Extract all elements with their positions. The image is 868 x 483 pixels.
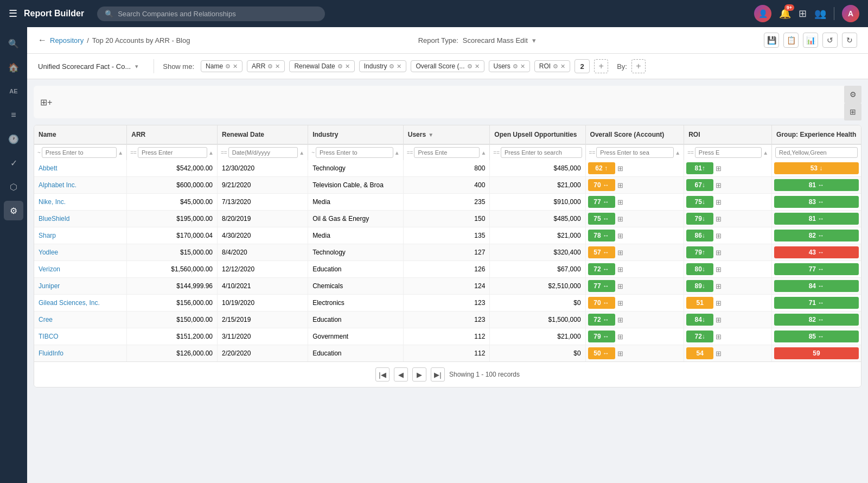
datasource-selector[interactable]: Unified Scorecard Fact - Co... ▾	[38, 62, 138, 71]
sidebar-item-hex[interactable]: ⬡	[4, 177, 23, 196]
overall-icon[interactable]: ⊞	[617, 333, 623, 341]
col-header-overall-score[interactable]: Overall Score (Account)	[585, 125, 684, 144]
roi-icon[interactable]: ⊞	[716, 198, 722, 206]
name-link[interactable]: Yodlee	[39, 249, 58, 256]
save-button[interactable]: 💾	[764, 33, 779, 48]
roi-icon[interactable]: ⊞	[716, 249, 722, 257]
col-header-name[interactable]: Name	[34, 125, 127, 144]
notification-bell[interactable]: 🔔 9+	[779, 8, 791, 20]
col-header-roi[interactable]: ROI	[684, 125, 772, 144]
field-name-close[interactable]: ✕	[233, 63, 238, 70]
overall-icon[interactable]: ⊞	[617, 232, 623, 240]
breadcrumb-repository[interactable]: Repository	[50, 36, 84, 45]
field-overall-close[interactable]: ✕	[475, 63, 480, 70]
filter-input-industry[interactable]	[316, 147, 393, 158]
sidebar-item-ae[interactable]: AE	[4, 81, 23, 101]
field-roi-gear[interactable]: ⚙	[553, 63, 558, 70]
overall-icon[interactable]: ⊞	[617, 215, 623, 223]
filter-icon[interactable]: ⊞+	[40, 97, 52, 107]
filter-input-exp[interactable]	[775, 147, 858, 158]
sidebar-item-search[interactable]: 🔍	[4, 34, 23, 53]
filter-input-arr[interactable]	[138, 147, 207, 158]
field-renewal-close[interactable]: ✕	[345, 63, 350, 70]
name-link[interactable]: TIBCO	[39, 333, 59, 340]
col-header-industry[interactable]: Industry	[308, 125, 404, 144]
name-link[interactable]: Cree	[39, 316, 53, 323]
roi-icon[interactable]: ⊞	[716, 282, 722, 290]
filter-input-renewal[interactable]	[228, 147, 298, 158]
name-link[interactable]: Alphabet Inc.	[39, 181, 76, 189]
filter-input-roi[interactable]	[695, 147, 762, 158]
undo-button[interactable]: ↺	[822, 33, 838, 48]
roi-icon[interactable]: ⊞	[716, 333, 722, 341]
col-header-renewal[interactable]: Renewal Date	[218, 125, 308, 144]
filter-input-upsell[interactable]	[501, 147, 582, 158]
filter-input-overall[interactable]	[596, 147, 674, 158]
sidebar-item-clock[interactable]: 🕐	[4, 129, 23, 149]
roi-icon[interactable]: ⊞	[716, 299, 722, 307]
name-link[interactable]: Juniper	[39, 282, 60, 290]
name-link[interactable]: FluidInfo	[39, 349, 63, 357]
next-page-button[interactable]: ▶	[412, 367, 426, 382]
roi-icon[interactable]: ⊞	[716, 181, 722, 189]
table-view-button[interactable]: ⊞	[844, 103, 861, 120]
filter-input-name[interactable]	[42, 147, 117, 158]
overall-icon[interactable]: ⊞	[617, 282, 623, 290]
sidebar-item-home[interactable]: 🏠	[4, 58, 23, 77]
roi-icon[interactable]: ⊞	[716, 232, 722, 240]
datasource-chevron[interactable]: ▾	[135, 63, 138, 70]
filter-input-users[interactable]	[414, 147, 480, 158]
col-header-users[interactable]: Users ▼	[403, 125, 490, 144]
field-arr-close[interactable]: ✕	[275, 63, 280, 70]
user-avatar-small[interactable]: 👤	[754, 5, 771, 22]
field-industry-gear[interactable]: ⚙	[389, 63, 394, 70]
field-industry-close[interactable]: ✕	[397, 63, 401, 70]
field-users-gear[interactable]: ⚙	[513, 63, 518, 70]
field-users-close[interactable]: ✕	[520, 63, 525, 70]
redo-button[interactable]: ↻	[842, 33, 857, 48]
overall-icon[interactable]: ⊞	[617, 164, 623, 173]
back-arrow[interactable]: ←	[38, 35, 47, 45]
overall-icon[interactable]: ⊞	[617, 316, 623, 324]
overall-icon[interactable]: ⊞	[617, 299, 623, 307]
sidebar-item-list[interactable]: ≡	[4, 105, 23, 125]
datasource-name[interactable]: Unified Scorecard Fact - Co...	[38, 62, 131, 71]
overall-icon[interactable]: ⊞	[617, 349, 623, 358]
hamburger-icon[interactable]: ☰	[9, 8, 17, 20]
people-icon[interactable]: 👥	[814, 8, 826, 20]
field-renewal-gear[interactable]: ⚙	[337, 63, 343, 70]
field-roi-close[interactable]: ✕	[560, 63, 565, 70]
name-link[interactable]: Abbett	[39, 164, 58, 172]
name-link[interactable]: Sharp	[39, 232, 56, 239]
global-search[interactable]: 🔍 Search Companies and Relationships	[97, 7, 325, 21]
roi-icon[interactable]: ⊞	[716, 349, 722, 358]
roi-icon[interactable]: ⊞	[716, 265, 722, 274]
reports-icon[interactable]: ⊞	[799, 8, 807, 20]
save-as-button[interactable]: 📋	[783, 33, 799, 48]
overall-icon[interactable]: ⊞	[617, 249, 623, 257]
add-by-button[interactable]: +	[631, 59, 646, 73]
sidebar-item-settings[interactable]: ⚙	[4, 201, 23, 220]
name-link[interactable]: Gilead Sciences, Inc.	[39, 299, 100, 307]
field-name-gear[interactable]: ⚙	[225, 63, 231, 70]
roi-icon[interactable]: ⊞	[716, 164, 722, 173]
chart-button[interactable]: 📊	[803, 33, 818, 48]
name-link[interactable]: BlueShield	[39, 215, 69, 223]
roi-icon[interactable]: ⊞	[716, 215, 722, 223]
col-header-exp-health[interactable]: Group: Experience Health	[772, 125, 861, 144]
user-avatar-main[interactable]: A	[842, 5, 859, 22]
col-header-arr[interactable]: ARR	[127, 125, 218, 144]
first-page-button[interactable]: |◀	[375, 367, 390, 382]
report-type-chevron[interactable]: ▾	[532, 36, 536, 45]
col-header-open-upsell[interactable]: Open Upsell Opportunities	[490, 125, 585, 144]
sidebar-item-check[interactable]: ✓	[4, 153, 23, 173]
overall-icon[interactable]: ⊞	[617, 265, 623, 274]
roi-icon[interactable]: ⊞	[716, 316, 722, 324]
overall-icon[interactable]: ⊞	[617, 181, 623, 189]
field-arr-gear[interactable]: ⚙	[267, 63, 273, 70]
last-page-button[interactable]: ▶|	[431, 367, 445, 382]
overall-icon[interactable]: ⊞	[617, 198, 623, 206]
name-link[interactable]: Nike, Inc.	[39, 198, 66, 206]
table-settings-button[interactable]: ⚙	[844, 86, 861, 103]
add-field-button[interactable]: +	[594, 59, 608, 73]
